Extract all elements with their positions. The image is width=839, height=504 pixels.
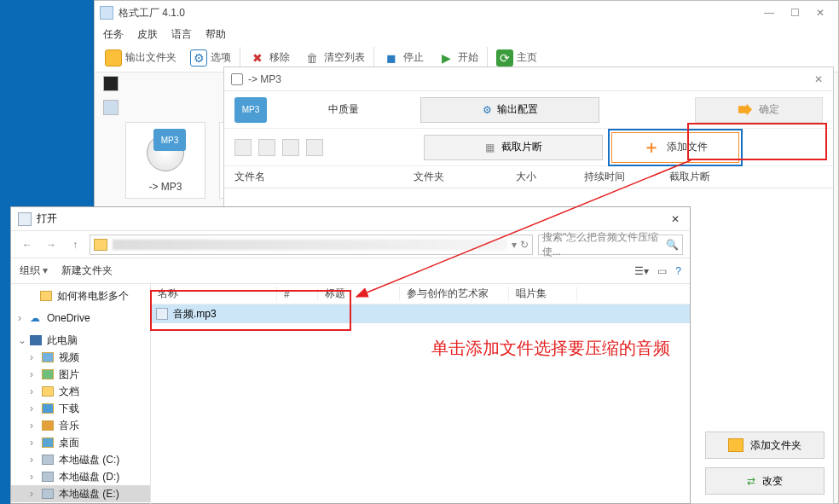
mp3-dialog-titlebar: -> MP3 ✕ <box>224 67 833 91</box>
folder-icon <box>40 291 52 301</box>
options-button[interactable]: ⚙选项 <box>185 48 236 68</box>
add-file-button[interactable]: ＋ 添加文件 <box>611 132 739 163</box>
file-row[interactable]: 音频.mp3 <box>151 304 690 323</box>
help-button[interactable]: ? <box>675 265 681 277</box>
nav-forward[interactable]: → <box>42 235 61 254</box>
folder-icon <box>105 49 122 67</box>
col-folder[interactable]: 文件夹 <box>414 170 516 184</box>
maximize-button[interactable]: ☐ <box>782 7 807 19</box>
open-dialog-close[interactable]: ✕ <box>668 213 683 225</box>
titlebar: 格式工厂 4.1.0 — ☐ ✕ <box>95 1 838 25</box>
drive-c-item[interactable]: ›本地磁盘 (C:) <box>11 451 150 468</box>
file-list: 名称 # 标题 参与创作的艺术家 唱片集 音频.mp3 <box>151 284 690 504</box>
drive-icon <box>42 455 54 465</box>
output-folder-button[interactable]: 输出文件夹 <box>100 48 182 68</box>
fh-num[interactable]: # <box>277 288 318 300</box>
fh-album[interactable]: 唱片集 <box>509 287 577 301</box>
this-pc-item[interactable]: ⌄此电脑 <box>11 332 150 349</box>
folder-icon <box>94 239 107 251</box>
onedrive-item[interactable]: ›☁OneDrive <box>11 310 150 327</box>
annotation-text: 单击添加文件选择要压缩的音频 <box>431 337 670 360</box>
downloads-icon <box>42 403 54 414</box>
pictures-item[interactable]: ›图片 <box>11 366 150 383</box>
path-input[interactable]: ▾↻ <box>90 235 533 255</box>
mini-btn-1[interactable] <box>234 139 252 156</box>
minimize-button[interactable]: — <box>756 7 782 19</box>
path-controls: ▾↻ <box>512 239 529 251</box>
dialog-icon <box>231 73 243 85</box>
video-category-icon[interactable] <box>103 76 119 91</box>
app-title: 格式工厂 4.1.0 <box>119 6 756 20</box>
fh-name[interactable]: 名称 <box>151 287 277 301</box>
mini-btn-4[interactable] <box>306 139 323 156</box>
gear-icon: ⚙ <box>190 49 207 67</box>
stop-button[interactable]: ◼停止 <box>378 48 429 68</box>
view-button[interactable]: ☰▾ <box>634 265 649 277</box>
desktop-icon <box>42 437 54 448</box>
path-bar: ← → ↑ ▾↻ 搜索"怎么把音频文件压缩使... 🔍 <box>11 231 690 258</box>
drive-d-item[interactable]: ›本地磁盘 (D:) <box>11 468 150 485</box>
start-button[interactable]: ▶开始 <box>432 48 483 68</box>
open-dialog-title: 打开 <box>37 211 668 226</box>
fh-artist[interactable]: 参与创作的艺术家 <box>400 287 509 301</box>
mini-btn-2[interactable] <box>258 139 275 156</box>
search-input[interactable]: 搜索"怎么把音频文件压缩使... 🔍 <box>538 235 683 255</box>
downloads-item[interactable]: ›下载 <box>11 400 150 417</box>
remove-icon: ✖ <box>249 49 266 67</box>
music-item[interactable]: ›音乐 <box>11 417 150 434</box>
open-dialog-titlebar: 打开 ✕ <box>11 207 690 231</box>
clip-button[interactable]: ▦ 截取片断 <box>424 135 603 160</box>
documents-item[interactable]: ›文档 <box>11 383 150 400</box>
gear-icon: ⚙ <box>483 104 492 116</box>
preview-button[interactable]: ▭ <box>657 265 667 277</box>
drive-icon <box>42 489 54 499</box>
open-dialog-toolbar: 组织 新建文件夹 ☰▾ ▭ ? <box>11 258 690 284</box>
menu-skin[interactable]: 皮肤 <box>137 27 158 42</box>
arrows-icon: ⇄ <box>747 475 755 487</box>
mini-btn-3[interactable] <box>282 139 299 156</box>
file-list-header: 名称 # 标题 参与创作的艺术家 唱片集 <box>151 284 690 304</box>
close-button[interactable]: ✕ <box>807 7 833 19</box>
videos-item[interactable]: ›视频 <box>11 349 150 366</box>
change-button[interactable]: ⇄ 改变 <box>705 467 825 495</box>
config-row: MP3 中质量 ⚙ 输出配置 确定 <box>224 91 833 129</box>
mp3-dialog-close[interactable]: ✕ <box>811 73 826 85</box>
file-table-header: 文件名 文件夹 大小 持续时间 截取片断 <box>224 166 833 188</box>
quality-label: 中质量 <box>275 102 412 117</box>
dialog-icon <box>18 212 32 226</box>
quick-access-item[interactable]: 如何将电影多个 <box>11 287 150 304</box>
menu-task[interactable]: 任务 <box>103 27 124 42</box>
col-clip[interactable]: 截取片断 <box>669 170 823 184</box>
app-logo-icon <box>100 6 113 20</box>
add-folder-button[interactable]: 添加文件夹 <box>705 432 825 459</box>
col-duration[interactable]: 持续时间 <box>584 170 669 184</box>
organize-dropdown[interactable]: 组织 <box>20 264 48 278</box>
new-folder-button[interactable]: 新建文件夹 <box>61 264 113 278</box>
documents-icon <box>42 386 54 397</box>
file-name: 音频.mp3 <box>173 307 217 322</box>
fh-title[interactable]: 标题 <box>318 287 400 301</box>
mp3-format-tile[interactable]: MP3 -> MP3 <box>125 122 205 199</box>
menu-help[interactable]: 帮助 <box>205 27 226 42</box>
nav-up[interactable]: ↑ <box>66 235 84 254</box>
pc-icon <box>30 335 42 345</box>
pictures-icon <box>42 369 54 379</box>
mp3-dialog-title: -> MP3 <box>248 73 811 85</box>
onedrive-icon: ☁ <box>30 312 42 324</box>
desktop-item[interactable]: ›桌面 <box>11 434 150 451</box>
category-sidebar <box>103 76 119 115</box>
trash-icon: 🗑 <box>304 49 321 67</box>
output-config-button[interactable]: ⚙ 输出配置 <box>420 97 599 123</box>
remove-button[interactable]: ✖移除 <box>244 48 295 68</box>
ok-button[interactable]: 确定 <box>695 97 823 123</box>
clear-button[interactable]: 🗑清空列表 <box>298 48 370 68</box>
home-button[interactable]: ⟳主页 <box>491 48 542 68</box>
menubar: 任务 皮肤 语言 帮助 <box>95 25 838 43</box>
drive-e-item[interactable]: ›本地磁盘 (E:) <box>11 485 150 502</box>
nav-back[interactable]: ← <box>18 235 37 254</box>
audio-category-icon[interactable] <box>103 100 119 115</box>
col-filename[interactable]: 文件名 <box>234 170 414 184</box>
plus-icon: ＋ <box>643 136 660 159</box>
col-size[interactable]: 大小 <box>516 170 584 184</box>
menu-language[interactable]: 语言 <box>171 27 192 42</box>
